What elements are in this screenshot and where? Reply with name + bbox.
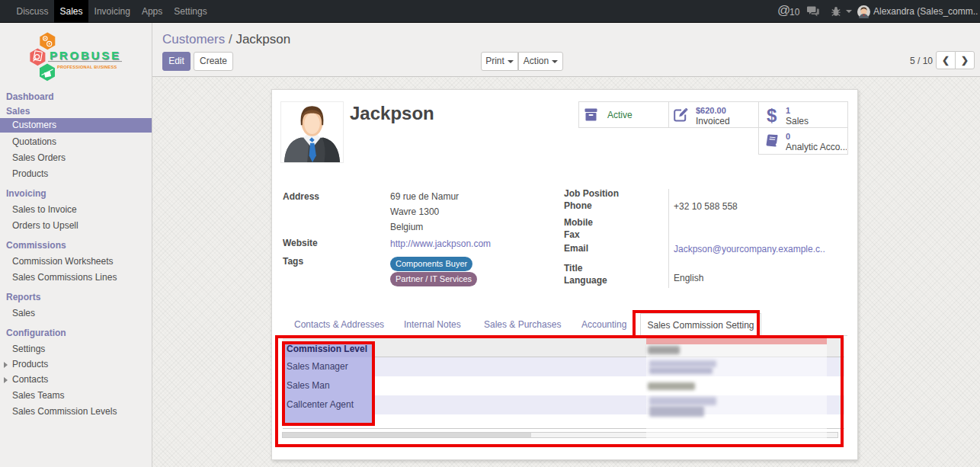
svg-text:PROFESSIONAL BUSINESS: PROFESSIONAL BUSINESS bbox=[57, 65, 117, 69]
svg-text:PROBUSE: PROBUSE bbox=[50, 49, 121, 62]
